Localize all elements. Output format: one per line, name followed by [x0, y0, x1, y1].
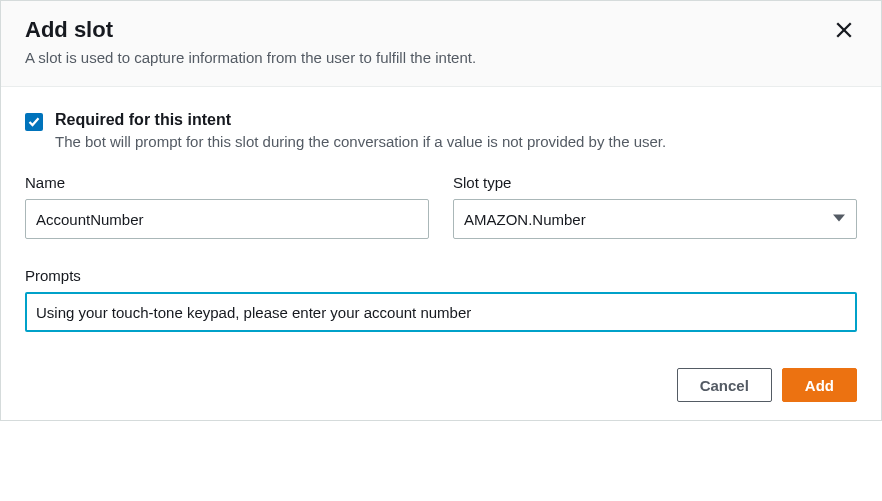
- close-icon: [835, 21, 853, 39]
- name-group: Name: [25, 174, 429, 239]
- prompts-input[interactable]: [25, 292, 857, 332]
- slot-type-select[interactable]: AMAZON.Number: [453, 199, 857, 239]
- required-checkbox[interactable]: [25, 113, 43, 131]
- modal-title: Add slot: [25, 17, 831, 43]
- slot-type-select-wrap: AMAZON.Number: [453, 199, 857, 239]
- modal-header-text: Add slot A slot is used to capture infor…: [25, 17, 831, 66]
- modal-subtitle: A slot is used to capture information fr…: [25, 49, 831, 66]
- prompts-group: Prompts: [25, 267, 857, 332]
- slot-type-group: Slot type AMAZON.Number: [453, 174, 857, 239]
- modal-body: Required for this intent The bot will pr…: [1, 87, 881, 352]
- form-row: Name Slot type AMAZON.Number: [25, 174, 857, 239]
- name-label: Name: [25, 174, 429, 191]
- add-slot-modal: Add slot A slot is used to capture infor…: [0, 0, 882, 421]
- required-checkbox-text: Required for this intent The bot will pr…: [55, 111, 857, 150]
- modal-header: Add slot A slot is used to capture infor…: [1, 1, 881, 87]
- modal-footer: Cancel Add: [1, 352, 881, 420]
- slot-type-value: AMAZON.Number: [464, 211, 586, 228]
- check-icon: [28, 116, 40, 128]
- required-label: Required for this intent: [55, 111, 857, 129]
- slot-type-label: Slot type: [453, 174, 857, 191]
- close-button[interactable]: [831, 17, 857, 46]
- required-description: The bot will prompt for this slot during…: [55, 133, 857, 150]
- cancel-button[interactable]: Cancel: [677, 368, 772, 402]
- name-input[interactable]: [25, 199, 429, 239]
- prompts-label: Prompts: [25, 267, 857, 284]
- required-checkbox-row: Required for this intent The bot will pr…: [25, 111, 857, 150]
- add-button[interactable]: Add: [782, 368, 857, 402]
